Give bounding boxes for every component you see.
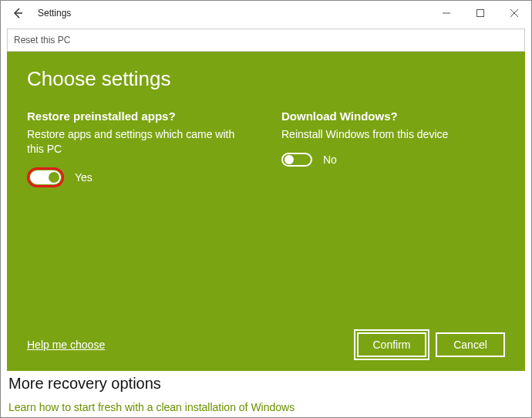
settings-panel: Choose settings Restore preinstalled app…	[7, 52, 525, 371]
start-fresh-link[interactable]: Learn how to start fresh with a clean in…	[8, 401, 295, 413]
button-group: Confirm Cancel	[357, 332, 505, 357]
toggle-knob	[49, 172, 59, 183]
help-me-choose-link[interactable]: Help me choose	[27, 339, 105, 351]
cancel-button[interactable]: Cancel	[436, 332, 505, 357]
download-windows-toggle[interactable]	[281, 153, 312, 167]
toggle-knob	[285, 155, 294, 164]
maximize-button[interactable]	[463, 1, 497, 25]
breadcrumb-text: Reset this PC	[14, 35, 70, 46]
restore-apps-toggle[interactable]	[30, 170, 61, 184]
maximize-icon	[476, 9, 484, 17]
toggle-label: No	[323, 153, 337, 166]
panel-footer: Help me choose Confirm Cancel	[27, 332, 505, 357]
window-controls	[429, 1, 531, 25]
confirm-button[interactable]: Confirm	[357, 332, 426, 357]
options-row: Restore preinstalled apps? Restore apps …	[27, 110, 505, 187]
option-description: Restore apps and settings which came wit…	[27, 127, 251, 157]
minimize-button[interactable]	[429, 1, 463, 25]
titlebar: Settings	[1, 1, 531, 25]
toggle-highlight	[27, 167, 64, 187]
minimize-icon	[443, 9, 450, 17]
window-title: Settings	[38, 8, 71, 19]
back-button[interactable]	[1, 1, 35, 25]
more-recovery-heading: More recovery options	[8, 375, 524, 393]
close-icon	[510, 9, 518, 17]
arrow-left-icon	[12, 7, 24, 19]
toggle-label: Yes	[75, 171, 93, 184]
close-button[interactable]	[497, 1, 531, 25]
toggle-row: No	[281, 153, 505, 167]
option-title: Restore preinstalled apps?	[27, 110, 251, 123]
svg-rect-1	[477, 10, 484, 17]
option-description: Reinstall Windows from this device	[281, 127, 505, 142]
below-panel: More recovery options Learn how to start…	[8, 375, 524, 414]
option-restore-apps: Restore preinstalled apps? Restore apps …	[27, 110, 251, 187]
panel-heading: Choose settings	[27, 67, 505, 91]
breadcrumb: Reset this PC	[7, 29, 525, 52]
option-title: Download Windows?	[281, 110, 505, 123]
option-download-windows: Download Windows? Reinstall Windows from…	[281, 110, 505, 187]
toggle-row: Yes	[27, 167, 251, 187]
